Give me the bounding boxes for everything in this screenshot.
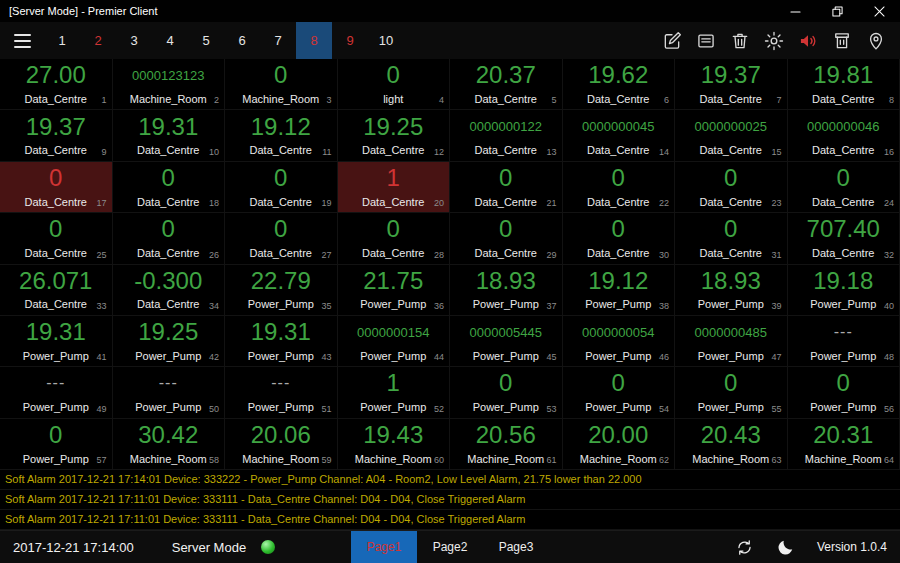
- tile-label: Power_Pump: [473, 401, 539, 413]
- channel-tile[interactable]: 27.00Data_Centre1: [0, 59, 113, 110]
- channel-tile[interactable]: 0000000045Data_Centre14: [563, 110, 676, 161]
- channel-tile[interactable]: 19.12Power_Pump38: [563, 265, 676, 316]
- toolbar-tab-2[interactable]: 2: [80, 22, 116, 59]
- channel-tile[interactable]: 19.12Data_Centre11: [225, 110, 338, 161]
- channel-tile[interactable]: 0000000154Power_Pump44: [338, 316, 451, 367]
- channel-tile[interactable]: 0Data_Centre18: [113, 162, 226, 213]
- page-button-page3[interactable]: Page3: [483, 531, 549, 563]
- location-icon[interactable]: [866, 31, 886, 51]
- channel-tile[interactable]: 0000005445Power_Pump45: [450, 316, 563, 367]
- toolbar-tab-8[interactable]: 8: [296, 22, 332, 59]
- channel-tile[interactable]: -0.300Data_Centre34: [113, 265, 226, 316]
- close-button[interactable]: [858, 0, 900, 22]
- channel-tile[interactable]: 0Power_Pump57: [0, 419, 113, 470]
- channel-tile[interactable]: 0Data_Centre21: [450, 162, 563, 213]
- channel-tile[interactable]: 0Data_Centre25: [0, 213, 113, 264]
- toolbar-tab-9[interactable]: 9: [332, 22, 368, 59]
- delete-icon[interactable]: [730, 31, 750, 51]
- channel-tile[interactable]: 0Data_Centre19: [225, 162, 338, 213]
- tile-bottom: Power_Pump44: [338, 348, 450, 363]
- channel-tile[interactable]: 19.81Data_Centre8: [788, 59, 900, 110]
- channel-tile[interactable]: 20.31Machine_Room64: [788, 419, 900, 470]
- toolbar-tab-1[interactable]: 1: [44, 22, 80, 59]
- channel-tile[interactable]: ---Power_Pump51: [225, 367, 338, 418]
- alarm-row[interactable]: Soft Alarm 2017-12-21 17:11:01 Device: 3…: [0, 490, 900, 510]
- channel-tile[interactable]: 26.071Data_Centre33: [0, 265, 113, 316]
- edit-icon[interactable]: [662, 31, 682, 51]
- channel-tile[interactable]: 1Power_Pump52: [338, 367, 451, 418]
- channel-tile[interactable]: 0Data_Centre31: [675, 213, 788, 264]
- channel-tile[interactable]: 0000000054Power_Pump46: [563, 316, 676, 367]
- channel-tile[interactable]: 0Power_Pump54: [563, 367, 676, 418]
- channel-tile[interactable]: 19.25Power_Pump42: [113, 316, 226, 367]
- channel-tile[interactable]: 19.25Data_Centre12: [338, 110, 451, 161]
- channel-tile[interactable]: ---Power_Pump49: [0, 367, 113, 418]
- channel-tile[interactable]: 18.93Power_Pump37: [450, 265, 563, 316]
- channel-tile[interactable]: 19.31Power_Pump43: [225, 316, 338, 367]
- channel-tile[interactable]: 19.43Machine_Room60: [338, 419, 451, 470]
- toolbar-tab-5[interactable]: 5: [188, 22, 224, 59]
- channel-tile[interactable]: 0000123123Machine_Room2: [113, 59, 226, 110]
- channel-tile[interactable]: 0Data_Centre30: [563, 213, 676, 264]
- channel-tile[interactable]: 20.43Machine_Room63: [675, 419, 788, 470]
- tile-index: 24: [884, 198, 894, 208]
- channel-tile[interactable]: 19.37Data_Centre9: [0, 110, 113, 161]
- channel-tile[interactable]: 0000000485Power_Pump47: [675, 316, 788, 367]
- channel-tile[interactable]: 0Data_Centre27: [225, 213, 338, 264]
- menu-icon[interactable]: [0, 22, 44, 59]
- clear-alarms-icon[interactable]: [832, 31, 852, 51]
- channel-tile[interactable]: ---Power_Pump50: [113, 367, 226, 418]
- maximize-button[interactable]: [816, 0, 858, 22]
- channel-tile[interactable]: 19.31Data_Centre10: [113, 110, 226, 161]
- page-button-page1[interactable]: Page1: [351, 531, 417, 563]
- toolbar-tab-7[interactable]: 7: [260, 22, 296, 59]
- channel-tile[interactable]: 20.56Machine_Room61: [450, 419, 563, 470]
- channel-tile[interactable]: 0Data_Centre26: [113, 213, 226, 264]
- channel-tile[interactable]: 21.75Power_Pump36: [338, 265, 451, 316]
- channel-tile[interactable]: 20.00Machine_Room62: [563, 419, 676, 470]
- channel-tile[interactable]: 0Data_Centre22: [563, 162, 676, 213]
- alarm-row[interactable]: Soft Alarm 2017-12-21 17:14:01 Device: 3…: [0, 470, 900, 490]
- toolbar-tab-3[interactable]: 3: [116, 22, 152, 59]
- channel-tile[interactable]: 0Data_Centre28: [338, 213, 451, 264]
- channel-tile[interactable]: 19.62Data_Centre6: [563, 59, 676, 110]
- channel-tile[interactable]: 20.06Machine_Room59: [225, 419, 338, 470]
- channel-tile[interactable]: 0light4: [338, 59, 451, 110]
- toolbar-tab-6[interactable]: 6: [224, 22, 260, 59]
- channel-tile[interactable]: 707.40Data_Centre32: [788, 213, 900, 264]
- minimize-button[interactable]: [774, 0, 816, 22]
- channel-tile[interactable]: ---Power_Pump48: [788, 316, 900, 367]
- channel-tile[interactable]: 20.37Data_Centre5: [450, 59, 563, 110]
- sync-icon[interactable]: [735, 538, 754, 557]
- channel-tile[interactable]: 0Power_Pump56: [788, 367, 900, 418]
- sound-icon[interactable]: [798, 31, 818, 51]
- channel-tile[interactable]: 18.93Power_Pump39: [675, 265, 788, 316]
- tile-index: 16: [884, 147, 894, 157]
- channel-tile[interactable]: 0Power_Pump53: [450, 367, 563, 418]
- toolbar-tab-4[interactable]: 4: [152, 22, 188, 59]
- night-mode-icon[interactable]: [776, 538, 795, 557]
- toolbar-icons: [662, 22, 900, 59]
- channel-tile[interactable]: 0Data_Centre24: [788, 162, 900, 213]
- settings-icon[interactable]: [764, 31, 784, 51]
- channel-tile[interactable]: 0Data_Centre23: [675, 162, 788, 213]
- channel-tile[interactable]: 0Data_Centre17: [0, 162, 113, 213]
- channel-tile[interactable]: 1Data_Centre20: [338, 162, 451, 213]
- channel-tile[interactable]: 19.18Power_Pump40: [788, 265, 900, 316]
- channel-tile[interactable]: 0000000122Data_Centre13: [450, 110, 563, 161]
- channel-tile[interactable]: 0Data_Centre29: [450, 213, 563, 264]
- tile-bottom: Data_Centre26: [113, 246, 225, 261]
- channel-tile[interactable]: 19.31Power_Pump41: [0, 316, 113, 367]
- channel-tile[interactable]: 0Power_Pump55: [675, 367, 788, 418]
- tile-label: Power_Pump: [585, 350, 651, 362]
- channel-tile[interactable]: 22.79Power_Pump35: [225, 265, 338, 316]
- channel-tile[interactable]: 0000000046Data_Centre16: [788, 110, 900, 161]
- channel-tile[interactable]: 0Machine_Room3: [225, 59, 338, 110]
- alarm-row[interactable]: Soft Alarm 2017-12-21 17:11:01 Device: 3…: [0, 510, 900, 530]
- toolbar-tab-10[interactable]: 10: [368, 22, 404, 59]
- page-button-page2[interactable]: Page2: [417, 531, 483, 563]
- channel-tile[interactable]: 0000000025Data_Centre15: [675, 110, 788, 161]
- channel-tile[interactable]: 30.42Machine_Room58: [113, 419, 226, 470]
- report-icon[interactable]: [696, 31, 716, 51]
- channel-tile[interactable]: 19.37Data_Centre7: [675, 59, 788, 110]
